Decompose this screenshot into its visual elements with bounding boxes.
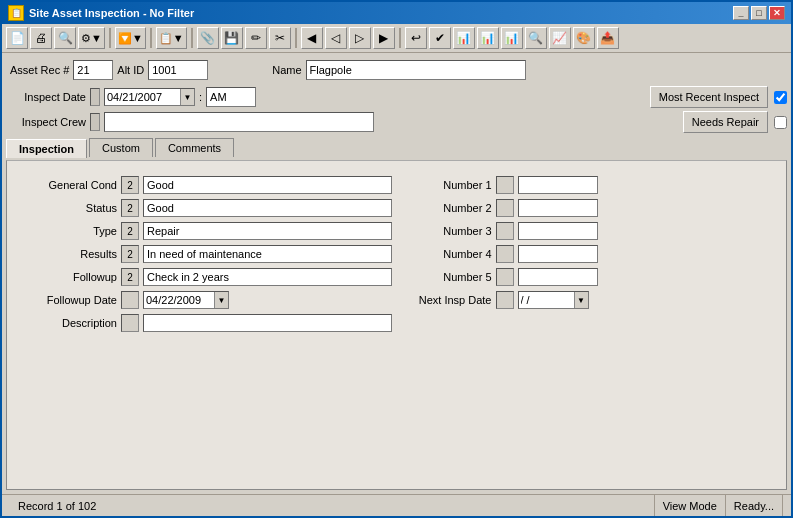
ready-segment: Ready... <box>726 495 783 516</box>
inspect-crew-row: Inspect Crew Liberty Jin Needs Repair <box>6 111 787 133</box>
type-input[interactable] <box>143 222 392 240</box>
inspect-date-arrow[interactable]: ▼ <box>180 89 194 105</box>
chart3-button[interactable]: 📊 <box>501 27 523 49</box>
status-input[interactable] <box>143 199 392 217</box>
number3-input[interactable] <box>518 222 598 240</box>
asset-rec-label: Asset Rec # <box>10 64 69 76</box>
time-separator: : <box>199 91 202 103</box>
followup-input[interactable] <box>143 268 392 286</box>
followup-row: Followup 2 <box>27 268 392 286</box>
print-button[interactable]: 🖨 <box>30 27 52 49</box>
number3-label: Number 3 <box>402 225 492 237</box>
next-insp-date-indicator <box>496 291 514 309</box>
view-mode-text: View Mode <box>663 500 717 512</box>
description-row: Description <box>27 314 392 332</box>
separator-3 <box>191 28 193 48</box>
results-row: Results 2 <box>27 245 392 263</box>
number1-input[interactable] <box>518 176 598 194</box>
followup-date-input[interactable] <box>144 294 214 306</box>
check-button[interactable]: ✔ <box>429 27 451 49</box>
status-indicator: 2 <box>121 199 139 217</box>
followup-date-indicator <box>121 291 139 309</box>
inspect-crew-input[interactable]: Liberty Jin <box>104 112 374 132</box>
view-arrow: ▼ <box>173 32 184 44</box>
followup-indicator: 2 <box>121 268 139 286</box>
results-input[interactable] <box>143 245 392 263</box>
next-insp-date-input[interactable] <box>519 294 574 306</box>
number2-input[interactable] <box>518 199 598 217</box>
right-panel-top: Most Recent Inspect <box>650 86 787 108</box>
next-insp-date-arrow[interactable]: ▼ <box>574 292 588 308</box>
zoom-button[interactable]: 🔍 <box>525 27 547 49</box>
general-cond-label: General Cond <box>27 179 117 191</box>
number5-input[interactable] <box>518 268 598 286</box>
toolbar: 📄 🖨 🔍 ⚙ ▼ 🔽 ▼ 📋 ▼ 📎 💾 ✏ ✂ ◀ ◁ ▷ ▶ ↩ ✔ 📊 … <box>2 24 791 53</box>
number5-row: Number 5 <box>402 268 767 286</box>
name-input[interactable] <box>306 60 526 80</box>
undo-button[interactable]: ↩ <box>405 27 427 49</box>
general-cond-input[interactable] <box>143 176 392 194</box>
description-indicator <box>121 314 139 332</box>
status-label: Status <box>27 202 117 214</box>
attach-button[interactable]: 📎 <box>197 27 219 49</box>
edit-button[interactable]: ✏ <box>245 27 267 49</box>
next-insp-date-dropdown[interactable]: ▼ <box>518 291 589 309</box>
description-input[interactable] <box>143 314 392 332</box>
cut-button[interactable]: ✂ <box>269 27 291 49</box>
right-panel-bottom: Needs Repair <box>683 111 787 133</box>
general-cond-row: General Cond 2 <box>27 176 392 194</box>
view-dropdown[interactable]: 📋 ▼ <box>156 27 187 49</box>
status-bar: Record 1 of 102 View Mode Ready... <box>2 494 791 516</box>
inspect-crew-indicator <box>90 113 100 131</box>
nav-prev[interactable]: ◁ <box>325 27 347 49</box>
filter-dropdown[interactable]: 🔽 ▼ <box>115 27 146 49</box>
number3-row: Number 3 <box>402 222 767 240</box>
right-fields: Number 1 Number 2 Number 3 <box>402 176 767 337</box>
tab-content-inspection: General Cond 2 Status 2 Type 2 <box>6 160 787 490</box>
nav-first[interactable]: ◀ <box>301 27 323 49</box>
app-icon: 📋 <box>8 5 24 21</box>
tab-custom[interactable]: Custom <box>89 138 153 157</box>
needs-repair-button[interactable]: Needs Repair <box>683 111 768 133</box>
inspect-date-row: Inspect Date ▼ : Most Recent Inspect <box>6 86 787 108</box>
inspect-date-dropdown[interactable]: ▼ <box>104 88 195 106</box>
tools-dropdown[interactable]: ⚙ ▼ <box>78 27 105 49</box>
color-button[interactable]: 🎨 <box>573 27 595 49</box>
export-button[interactable]: 📤 <box>597 27 619 49</box>
inspect-time-input[interactable] <box>206 87 256 107</box>
results-label: Results <box>27 248 117 260</box>
nav-last[interactable]: ▶ <box>373 27 395 49</box>
window-title: Site Asset Inspection - No Filter <box>29 7 194 19</box>
inspect-date-input[interactable] <box>105 91 180 103</box>
maximize-button[interactable]: □ <box>751 6 767 20</box>
new-button[interactable]: 📄 <box>6 27 28 49</box>
separator-2 <box>150 28 152 48</box>
minimize-button[interactable]: _ <box>733 6 749 20</box>
tab-comments[interactable]: Comments <box>155 138 234 157</box>
record-count-segment: Record 1 of 102 <box>10 495 655 516</box>
number1-row: Number 1 <box>402 176 767 194</box>
number4-label: Number 4 <box>402 248 492 260</box>
followup-date-dropdown[interactable]: ▼ <box>143 291 229 309</box>
status-row: Status 2 <box>27 199 392 217</box>
number4-input[interactable] <box>518 245 598 263</box>
view-icon: 📋 <box>159 32 173 45</box>
nav-next[interactable]: ▷ <box>349 27 371 49</box>
report-button[interactable]: 📈 <box>549 27 571 49</box>
alt-id-label: Alt ID <box>117 64 144 76</box>
most-recent-checkbox[interactable] <box>774 91 787 104</box>
close-button[interactable]: ✕ <box>769 6 785 20</box>
separator-5 <box>399 28 401 48</box>
asset-rec-input[interactable] <box>73 60 113 80</box>
chart2-button[interactable]: 📊 <box>477 27 499 49</box>
alt-id-input[interactable] <box>148 60 208 80</box>
search-button[interactable]: 🔍 <box>54 27 76 49</box>
chart1-button[interactable]: 📊 <box>453 27 475 49</box>
tab-inspection[interactable]: Inspection <box>6 139 87 158</box>
followup-date-arrow[interactable]: ▼ <box>214 292 228 308</box>
save-button[interactable]: 💾 <box>221 27 243 49</box>
number1-label: Number 1 <box>402 179 492 191</box>
number2-label: Number 2 <box>402 202 492 214</box>
needs-repair-checkbox[interactable] <box>774 116 787 129</box>
most-recent-button[interactable]: Most Recent Inspect <box>650 86 768 108</box>
